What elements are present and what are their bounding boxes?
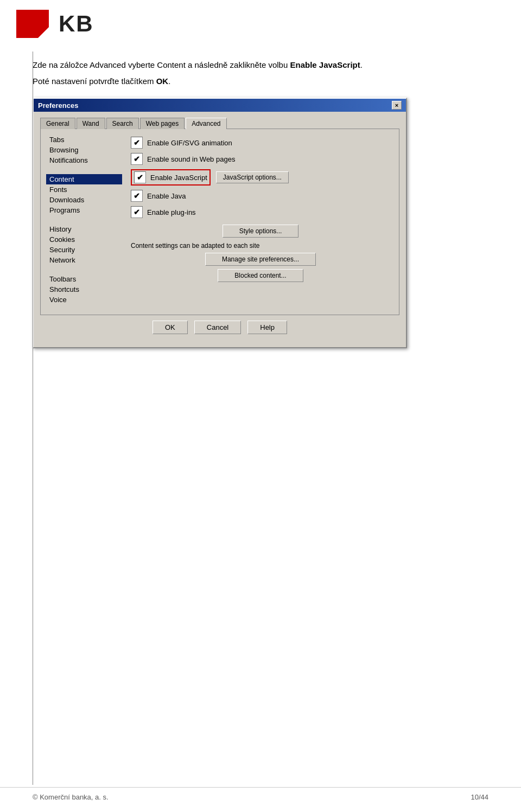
nav-group-3: History Cookies Security Network: [46, 224, 122, 265]
style-options-row: Style options...: [131, 225, 390, 238]
tab-wand[interactable]: Wand: [77, 118, 105, 129]
page-footer: © Komerční banka, a. s. 10/44: [0, 787, 521, 801]
checkbox-gif[interactable]: ✔: [131, 137, 143, 149]
label-javascript: Enable JavaScript: [150, 174, 207, 182]
instruction-line2: Poté nastavení potvrďte tlačítkem OK.: [33, 75, 488, 88]
nav-item-programs[interactable]: Programs: [46, 205, 122, 215]
label-gif: Enable GIF/SVG animation: [147, 139, 232, 147]
tab-panel: Tabs Browsing Notifications Content Font…: [40, 129, 399, 315]
checkmark-javascript: ✔: [137, 173, 143, 182]
checkmark-plugins: ✔: [134, 208, 140, 216]
dialog-body: General Wand Search Web pages Advanced T…: [34, 112, 406, 347]
tab-advanced[interactable]: Advanced: [186, 118, 226, 129]
nav-item-shortcuts[interactable]: Shortcuts: [46, 284, 122, 295]
nav-item-content[interactable]: Content: [46, 174, 122, 184]
logo-kb-text: KB: [59, 11, 94, 37]
blocked-content-button[interactable]: Blocked content...: [218, 269, 303, 282]
content-panel: ✔ Enable GIF/SVG animation ✔ Enable soun…: [128, 135, 393, 309]
nav-item-notifications[interactable]: Notifications: [46, 155, 122, 165]
vertical-line: [33, 52, 33, 785]
nav-item-cookies[interactable]: Cookies: [46, 234, 122, 245]
dialog-titlebar: Preferences ×: [34, 99, 406, 112]
nav-item-history[interactable]: History: [46, 224, 122, 234]
checkbox-java[interactable]: ✔: [131, 190, 143, 202]
header: KB: [0, 0, 521, 48]
nav-item-browsing[interactable]: Browsing: [46, 145, 122, 155]
option-row-javascript: ✔ Enable JavaScript: [131, 169, 211, 186]
nav-item-security[interactable]: Security: [46, 245, 122, 255]
checkbox-javascript[interactable]: ✔: [134, 171, 146, 183]
manage-row: Manage site preferences...: [131, 253, 390, 266]
logo-red-square: [16, 10, 49, 38]
nav-list: Tabs Browsing Notifications Content Font…: [46, 135, 122, 309]
nav-item-voice[interactable]: Voice: [46, 295, 122, 305]
tabs-row: General Wand Search Web pages Advanced: [40, 117, 399, 129]
info-text: Content settings can be adapted to each …: [131, 242, 390, 250]
option-row-plugins: ✔ Enable plug-ins: [131, 206, 390, 218]
blocked-content-row: Blocked content...: [131, 269, 390, 282]
option-row-gif: ✔ Enable GIF/SVG animation: [131, 137, 390, 149]
checkmark-java: ✔: [134, 191, 140, 200]
nav-item-fonts[interactable]: Fonts: [46, 184, 122, 195]
ok-button[interactable]: OK: [153, 321, 188, 334]
checkbox-plugins[interactable]: ✔: [131, 206, 143, 218]
help-button[interactable]: Help: [247, 321, 287, 334]
checkmark-gif: ✔: [134, 138, 140, 147]
tab-search[interactable]: Search: [106, 118, 139, 129]
nav-item-downloads[interactable]: Downloads: [46, 195, 122, 205]
nav-group-4: Toolbars Shortcuts Voice: [46, 274, 122, 305]
manage-preferences-button[interactable]: Manage site preferences...: [205, 253, 316, 266]
javascript-options-button[interactable]: JavaScript options...: [216, 171, 289, 183]
label-plugins: Enable plug-ins: [147, 208, 196, 216]
option-row-java: ✔ Enable Java: [131, 190, 390, 202]
tab-general[interactable]: General: [40, 118, 75, 129]
label-java: Enable Java: [147, 192, 186, 200]
footer-page: 10/44: [471, 793, 488, 801]
nav-item-tabs[interactable]: Tabs: [46, 135, 122, 145]
nav-group-2: Content Fonts Downloads Programs: [46, 174, 122, 215]
checkbox-sound[interactable]: ✔: [131, 153, 143, 165]
dialog-footer: OK Cancel Help: [40, 315, 399, 341]
nav-item-toolbars[interactable]: Toolbars: [46, 274, 122, 284]
dialog-close-button[interactable]: ×: [392, 101, 402, 110]
nav-group-1: Tabs Browsing Notifications: [46, 135, 122, 165]
nav-item-network[interactable]: Network: [46, 255, 122, 265]
preferences-dialog: Preferences × General Wand Search Web pa…: [33, 98, 407, 348]
cancel-button[interactable]: Cancel: [194, 321, 241, 334]
checkmark-sound: ✔: [134, 155, 140, 163]
instruction-line1: Zde na záložce Advanced vyberte Content …: [33, 59, 488, 72]
dialog-wrapper: Preferences × General Wand Search Web pa…: [33, 98, 488, 348]
footer-copyright: © Komerční banka, a. s.: [33, 793, 109, 801]
style-options-button[interactable]: Style options...: [223, 225, 299, 238]
dialog-title: Preferences: [38, 101, 78, 110]
content-area: Zde na záložce Advanced vyberte Content …: [0, 48, 521, 370]
tab-webpages[interactable]: Web pages: [140, 118, 185, 129]
label-sound: Enable sound in Web pages: [147, 155, 235, 163]
option-row-sound: ✔ Enable sound in Web pages: [131, 153, 390, 165]
